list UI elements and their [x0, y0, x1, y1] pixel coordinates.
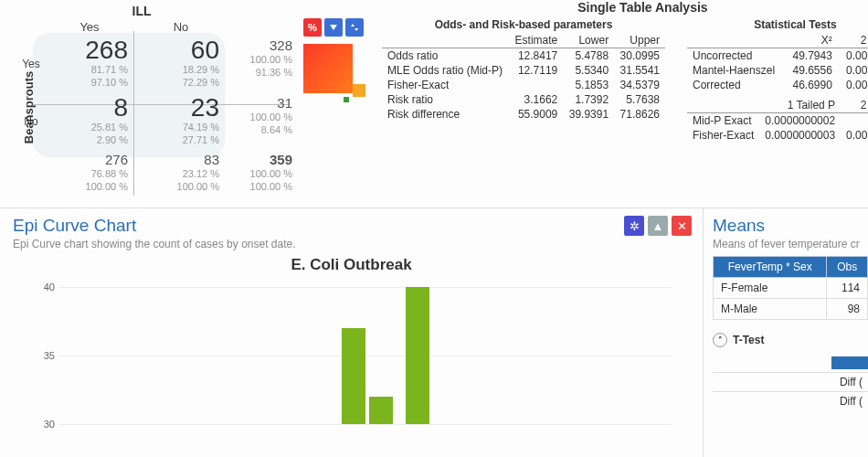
sort-desc-button[interactable]: [324, 18, 343, 37]
chart-title: E. Coli Outbreak: [13, 256, 690, 274]
svg-marker-1: [351, 24, 355, 27]
y-tick: 35: [44, 350, 55, 361]
means-panel: Means Means of fever temperature cr Feve…: [704, 208, 868, 457]
cell-heatmap: [303, 44, 367, 108]
row1-total: 328: [234, 37, 292, 53]
svg-marker-2: [355, 28, 358, 31]
cell-r1c2-count: 60: [143, 37, 219, 63]
odds-risk-subtitle: Odds- and Risk-based parameters: [382, 18, 665, 31]
heatmap-mini-panel: %: [303, 0, 367, 207]
bar: [342, 328, 365, 424]
column-variable-label: ILL: [46, 4, 238, 18]
close-icon: ✕: [677, 219, 687, 233]
grand-total: 359: [234, 152, 292, 167]
percent-toggle-button[interactable]: %: [303, 18, 322, 37]
ttest-section-toggle[interactable]: ˄ T-Test: [713, 333, 868, 347]
y-tick: 40: [44, 282, 55, 292]
cell-r2c1-count: 8: [51, 95, 128, 121]
settings-button[interactable]: ✲: [624, 216, 644, 236]
exact-tests-table: 1 Tailed P2 Tailed Mid-P Exact0.00000000…: [687, 98, 868, 143]
bar: [406, 287, 429, 424]
epi-bar-chart: 40 35 30: [58, 287, 672, 424]
epi-panel-title: Epi Curve Chart: [13, 216, 690, 236]
epi-panel-subtitle: Epi Curve chart showing the count of cas…: [13, 238, 690, 250]
analysis-title: Single Table Analysis: [382, 0, 868, 15]
single-table-analysis-panel: Single Table Analysis Odds- and Risk-bas…: [367, 0, 868, 207]
collapse-button[interactable]: ▲: [648, 216, 668, 236]
row2-total: 31: [234, 95, 292, 111]
stat-tests-subtitle: Statistical Tests: [687, 18, 868, 31]
col2-total: 83: [143, 152, 219, 167]
svg-marker-0: [330, 25, 337, 30]
means-table: FeverTemp * SexObs F-Female114 M-Male98: [713, 256, 868, 320]
gear-icon: ✲: [630, 219, 640, 233]
triangle-up-icon: ▲: [652, 219, 664, 233]
odds-risk-table: EstimateLowerUpper Odds ratio12.84175.47…: [382, 33, 665, 122]
means-title: Means: [713, 216, 868, 236]
y-tick: 30: [44, 419, 55, 430]
ttest-col-header: [831, 356, 868, 369]
col-header-yes: Yes: [44, 18, 135, 36]
chi-square-table: X²2 Tailed Uncorrected49.79430.0000000 M…: [687, 33, 868, 92]
close-button[interactable]: ✕: [672, 216, 692, 236]
row-variable-label: Beansprouts: [22, 71, 36, 143]
epi-curve-panel: Epi Curve Chart Epi Curve chart showing …: [0, 208, 704, 457]
col1-total: 276: [51, 152, 128, 167]
chevron-up-icon: ˄: [713, 333, 727, 347]
ttest-diff-row: Diff (: [713, 372, 868, 391]
ttest-diff-row: Diff (: [713, 391, 868, 410]
two-by-two-panel: ILL Beansprouts Yes No Yes 268 81.71 % 9…: [0, 0, 303, 207]
cell-r2c2-count: 23: [143, 95, 219, 121]
cell-r1c1-count: 268: [51, 37, 128, 63]
col-header-no: No: [135, 18, 227, 36]
means-subtitle: Means of fever temperature cr: [713, 238, 868, 250]
bar: [369, 397, 393, 424]
sort-asc-desc-button[interactable]: [345, 18, 364, 37]
